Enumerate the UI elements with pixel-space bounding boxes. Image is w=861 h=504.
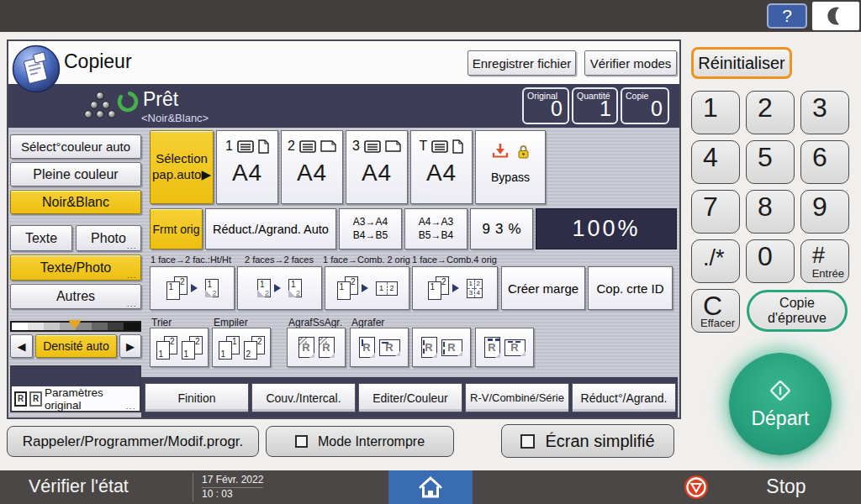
one-sided-to-two-sided-button[interactable]: 21 12 <box>150 266 235 310</box>
panel-header: Copieur Enregistrer fichier Vérifier mod… <box>8 41 679 84</box>
auto-paper-select-button[interactable]: Sélection pap.auto▶ <box>150 130 214 204</box>
density-darker-button[interactable]: ▶ <box>119 334 141 358</box>
staple-two-left-button[interactable]: R R <box>412 328 471 367</box>
more-indicator: ... <box>127 271 137 280</box>
save-file-button[interactable]: Enregistrer fichier <box>467 50 576 76</box>
proof-line1: Copie <box>779 296 815 311</box>
staple-label: Agrafer <box>351 317 384 328</box>
full-color-button[interactable]: Pleine couleur <box>10 162 141 186</box>
start-icon <box>764 379 796 402</box>
proof-line2: d'épreuve <box>768 311 827 326</box>
staple-two-top-button[interactable]: R R <box>475 328 534 367</box>
key-3[interactable]: 3 <box>800 91 849 134</box>
clear-button[interactable]: C Effacer <box>691 289 740 333</box>
key-8[interactable]: 8 <box>746 190 795 234</box>
text-photo-label: Texte/Photo <box>40 260 112 276</box>
interrupt-checkbox[interactable] <box>295 435 308 448</box>
bypass-feed-icon <box>491 143 510 159</box>
tray-number: 3 <box>352 139 360 154</box>
simplified-screen-button[interactable]: Écran simplifié <box>501 424 674 458</box>
ratio-93-button[interactable]: 93% <box>470 208 533 249</box>
sort-button[interactable]: 21 21 <box>150 328 209 367</box>
hash-label: # <box>812 243 825 268</box>
program-recall-button[interactable]: Rappeler/Programmer/Modif.progr. <box>7 426 259 457</box>
reset-button[interactable]: Réinitialiser <box>691 47 792 79</box>
reduce-line1: A3→A4 <box>353 216 388 229</box>
help-button[interactable]: ? <box>767 3 807 29</box>
tab-edit-color[interactable]: Editer/Couleur <box>358 383 462 412</box>
clear-sub-label: Effacer <box>700 317 735 329</box>
original-settings-widget[interactable]: R R Paramètres original ... <box>10 365 141 412</box>
proof-copy-button[interactable]: Copie d'épreuve <box>747 290 848 332</box>
counter-quantity: Quantité 1 <box>572 87 618 124</box>
counter-value: 0 <box>551 97 563 121</box>
tray-t-button[interactable]: T A4 <box>410 130 473 204</box>
start-button[interactable]: Départ <box>729 353 832 455</box>
density-auto-button[interactable]: Densité auto <box>35 334 117 358</box>
black-white-button[interactable]: Noir&Blanc <box>10 190 141 214</box>
id-card-copy-button[interactable]: Cop. crte ID <box>588 266 673 310</box>
energy-saver-button[interactable] <box>812 2 859 30</box>
paper-stack-icon <box>237 140 254 153</box>
original-format-button[interactable]: Frmt orig <box>150 208 203 249</box>
enter-label: Entrée <box>812 267 844 280</box>
check-status-button[interactable]: Vérifier l'état <box>29 476 129 497</box>
auto-reduce-enlarge-button[interactable]: Réduct./Agrand. Auto <box>205 208 336 249</box>
create-margin-button[interactable]: Créer marge <box>501 266 585 310</box>
key-7[interactable]: 7 <box>691 190 740 234</box>
bypass-tray-button[interactable]: Bypass <box>475 130 546 204</box>
stop-button[interactable]: Stop <box>740 475 832 498</box>
more-indicator: ... <box>127 300 137 308</box>
key-0[interactable]: 0 <box>746 239 795 283</box>
landscape-page-icon <box>385 140 401 152</box>
photo-mode-button[interactable]: Photo ... <box>76 225 141 251</box>
key-1[interactable]: 1 <box>691 91 740 134</box>
start-label: Départ <box>751 407 809 430</box>
tray-1-button[interactable]: 1 A4 <box>216 130 278 204</box>
key-hash-enter[interactable]: # Entrée <box>800 239 849 283</box>
tray-3-button[interactable]: 3 A4 <box>346 130 408 204</box>
duplex-label-3: 1 face→Comb. 2 orig <box>323 255 410 265</box>
simplified-checkbox[interactable] <box>520 434 535 449</box>
key-9[interactable]: 9 <box>800 190 849 234</box>
density-lighter-button[interactable]: ◀ <box>10 334 33 358</box>
auto-color-select-button[interactable]: Sélect°couleur auto <box>10 134 141 159</box>
arrow-icon <box>362 284 372 292</box>
counter-value: 0 <box>651 97 663 121</box>
status-ready-text: Prêt <box>143 88 178 111</box>
stack-label: Empiler <box>214 317 248 328</box>
reduce-preset-button[interactable]: A3→A4 B4→B5 <box>339 208 402 249</box>
staple-top-left-button[interactable]: R R <box>350 328 409 367</box>
enlarge-preset-button[interactable]: A4→A3 B5→B4 <box>404 208 467 249</box>
other-modes-button[interactable]: Autres ... <box>10 284 141 309</box>
tab-duplex-combine[interactable]: R-V/Combiné/Série <box>465 383 569 412</box>
more-indicator: ... <box>126 402 136 411</box>
combine-two-originals-button[interactable]: 21 12 <box>325 266 409 310</box>
enlarge-line2: B5→B4 <box>419 229 453 243</box>
home-button[interactable] <box>388 470 473 504</box>
stop-icon[interactable] <box>684 475 709 500</box>
others-label: Autres <box>56 289 95 304</box>
check-modes-button[interactable]: Vérifier modes <box>584 50 677 76</box>
key-star[interactable]: ./* <box>691 239 740 283</box>
key-5[interactable]: 5 <box>746 140 795 184</box>
tab-reduce-enlarge[interactable]: Réduct°/Agrand. <box>572 383 676 412</box>
portrait-page-icon <box>452 139 463 154</box>
copier-app-icon <box>12 45 61 93</box>
stapleless-staple-button[interactable]: R R <box>287 328 346 367</box>
tray-number: 1 <box>225 139 233 154</box>
toner-dots-icon <box>82 92 118 120</box>
counter-copy: Copie 0 <box>621 87 669 124</box>
tray-2-button[interactable]: 2 A4 <box>281 130 343 204</box>
two-sided-to-two-sided-button[interactable]: 12 12 <box>237 266 322 310</box>
key-4[interactable]: 4 <box>691 140 740 184</box>
combine-four-originals-button[interactable]: 21 1234 <box>412 266 498 310</box>
key-6[interactable]: 6 <box>800 140 849 184</box>
text-mode-button[interactable]: Texte <box>10 225 72 251</box>
stack-button[interactable]: 11 22 <box>212 328 271 367</box>
key-2[interactable]: 2 <box>746 91 795 134</box>
interrupt-mode-button[interactable]: Mode Interrompre <box>266 426 454 457</box>
text-photo-mode-button[interactable]: Texte/Photo ... <box>10 255 141 281</box>
tab-cover-slip[interactable]: Couv./Intercal. <box>251 383 356 412</box>
tab-finishing[interactable]: Finition <box>145 383 249 412</box>
